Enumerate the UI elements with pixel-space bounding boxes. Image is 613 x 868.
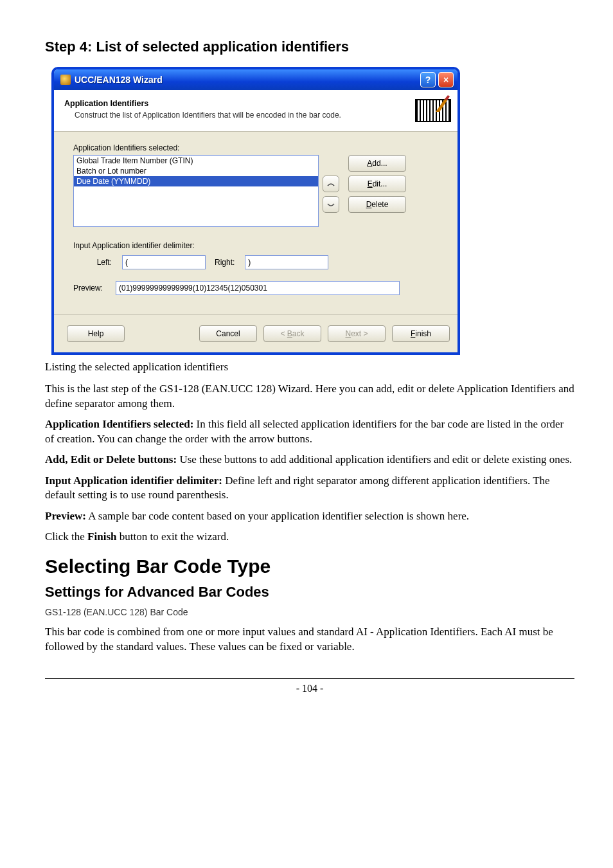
back-button: < Back	[263, 325, 321, 342]
next-button: Next >	[328, 325, 386, 342]
app-icon	[60, 75, 71, 85]
figure-caption: Listing the selected application identif…	[45, 360, 574, 374]
wizard-header-pane: Application Identifiers Construct the li…	[54, 90, 458, 132]
chevron-up-icon	[327, 179, 335, 189]
paragraph: Add, Edit or Delete buttons: Use these b…	[45, 453, 574, 467]
list-item[interactable]: Global Trade Item Number (GTIN)	[74, 156, 318, 166]
wizard-logo	[415, 96, 450, 122]
titlebar-help-button[interactable]: ?	[420, 72, 436, 87]
preview-field[interactable]: (01)99999999999999(10)12345(12)050301	[116, 281, 400, 295]
paragraph: This is the last step of the GS1-128 (EA…	[45, 382, 574, 411]
chevron-down-icon	[327, 200, 335, 210]
preview-label: Preview:	[73, 284, 103, 293]
titlebar-close-button[interactable]: ×	[438, 72, 454, 87]
topic-heading: GS1-128 (EAN.UCC 128) Bar Code	[45, 607, 574, 617]
paragraph: This bar code is combined from one or mo…	[45, 625, 574, 654]
list-item[interactable]: Batch or Lot number	[74, 166, 318, 176]
brush-icon	[434, 94, 451, 113]
left-delimiter-input[interactable]: (	[122, 255, 206, 269]
subsection-heading: Settings for Advanced Bar Codes	[45, 584, 574, 601]
paragraph: Application Identifiers selected: In thi…	[45, 417, 574, 446]
wizard-header-title: Application Identifiers	[64, 99, 410, 108]
help-button[interactable]: Help	[67, 325, 125, 342]
right-label: Right:	[215, 258, 235, 267]
list-item-selected[interactable]: Due Date (YYMMDD)	[74, 176, 318, 186]
left-label: Left:	[73, 258, 112, 267]
selected-label: Application Identifiers selected:	[73, 143, 445, 152]
paragraph: Preview: A sample bar code content based…	[45, 509, 574, 523]
paragraph: Click the Finish button to exit the wiza…	[45, 530, 574, 544]
right-delimiter-input[interactable]: )	[245, 255, 328, 269]
move-up-button[interactable]	[323, 176, 339, 192]
add-button[interactable]: Add...	[348, 155, 406, 172]
cancel-button[interactable]: Cancel	[199, 325, 257, 342]
titlebar: UCC/EAN128 Wizard ? ×	[54, 69, 458, 90]
move-down-button[interactable]	[323, 196, 339, 213]
section-heading: Selecting Bar Code Type	[45, 556, 574, 577]
edit-button[interactable]: Edit...	[348, 176, 406, 192]
delete-button[interactable]: Delete	[348, 196, 406, 213]
identifiers-listbox[interactable]: Global Trade Item Number (GTIN) Batch or…	[73, 155, 319, 227]
paragraph: Input Application identifier delimiter: …	[45, 474, 574, 503]
page-number: - 104 -	[45, 678, 574, 694]
wizard-footer: Help Cancel < Back Next > Finish	[54, 315, 458, 352]
wizard-dialog: UCC/EAN128 Wizard ? × Application Identi…	[51, 67, 460, 355]
delimiter-label: Input Application identifier delimiter:	[73, 241, 445, 250]
wizard-header-subtitle: Construct the list of Application Identi…	[75, 111, 410, 120]
window-title: UCC/EAN128 Wizard	[75, 75, 418, 85]
step-heading: Step 4: List of selected application ide…	[45, 39, 574, 55]
finish-button[interactable]: Finish	[392, 325, 450, 342]
